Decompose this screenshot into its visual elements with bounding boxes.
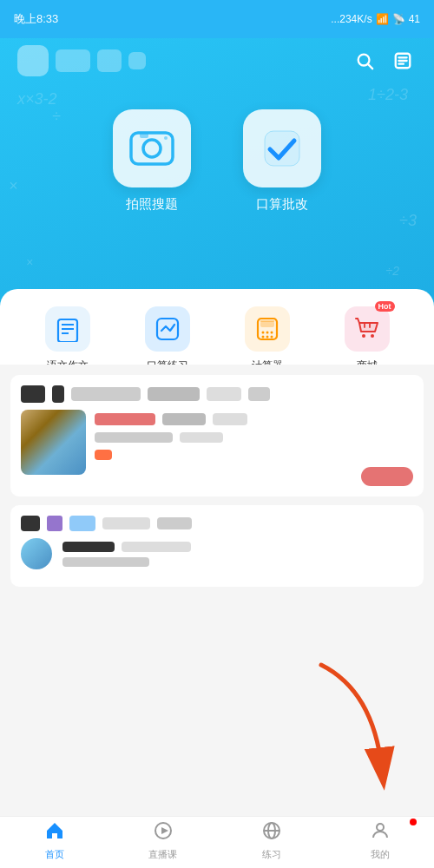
blur-c2-4 xyxy=(102,517,150,529)
blur-6 xyxy=(248,387,270,401)
top-left-icons xyxy=(17,45,146,76)
chinese-icon-box[interactable] xyxy=(45,306,90,352)
status-bar: 晚上8:33 ...234K/s 📶 📡 41 xyxy=(0,0,434,38)
top-icon-row xyxy=(0,38,434,83)
check-app[interactable]: 口算批改 xyxy=(243,109,321,213)
mine-badge xyxy=(410,819,417,825)
blur-3 xyxy=(71,387,141,401)
live-label: 直播课 xyxy=(148,848,177,861)
svg-marker-29 xyxy=(161,827,168,834)
svg-point-23 xyxy=(270,336,273,339)
svg-rect-8 xyxy=(140,133,148,138)
camera-app[interactable]: 拍照搜题 xyxy=(113,109,191,213)
svg-point-33 xyxy=(377,824,384,831)
math-deco-7: ÷2 xyxy=(386,264,399,278)
svg-point-26 xyxy=(371,334,374,338)
nav-practice[interactable]: 练习 xyxy=(217,820,326,861)
blur-13 xyxy=(361,467,413,486)
home-label: 首页 xyxy=(45,848,64,861)
svg-rect-11 xyxy=(58,319,77,342)
blur-c2-7 xyxy=(122,542,191,552)
practice-label: 练习 xyxy=(262,848,281,861)
svg-point-9 xyxy=(164,136,168,140)
blur-c2-6 xyxy=(62,542,115,552)
search-button[interactable] xyxy=(351,47,378,75)
status-right: ...234K/s 📶 📡 41 xyxy=(331,13,420,25)
svg-point-25 xyxy=(362,334,365,338)
content-card-2 xyxy=(10,505,424,587)
svg-point-21 xyxy=(261,336,264,339)
live-icon xyxy=(153,820,174,846)
app-icon-placeholder-4 xyxy=(128,52,146,69)
thumbnail xyxy=(21,410,86,475)
blur-c2-3 xyxy=(69,516,95,531)
nav-home[interactable]: 首页 xyxy=(0,820,108,861)
blur-2 xyxy=(52,385,64,403)
math-deco-5: ÷3 xyxy=(399,212,417,230)
blur-1 xyxy=(21,385,45,403)
blur-c2-1 xyxy=(21,516,40,531)
oral-icon-box[interactable] xyxy=(145,306,190,352)
content-area xyxy=(0,365,434,816)
quick-item-oral[interactable]: 口算练习 xyxy=(145,306,190,373)
math-deco-3: 1÷2-3 xyxy=(368,86,408,104)
shop-icon-box[interactable]: Hot xyxy=(345,306,390,352)
math-deco-6: × xyxy=(26,255,33,269)
quick-item-shop[interactable]: Hot 商城 xyxy=(345,306,390,373)
camera-label: 拍照搜题 xyxy=(126,196,178,213)
calc-icon-box[interactable] xyxy=(245,306,290,352)
math-deco-4: × xyxy=(9,177,18,195)
blur-c2-5 xyxy=(157,517,192,529)
app-icons-row: 拍照搜题 口算批改 xyxy=(0,109,434,213)
hot-badge: Hot xyxy=(375,301,395,312)
nav-mine[interactable]: 我的 xyxy=(326,820,434,861)
history-button[interactable] xyxy=(389,47,417,75)
top-right-icons[interactable] xyxy=(351,47,417,75)
bottom-nav: 首页 直播课 练习 我的 xyxy=(0,816,434,868)
svg-point-19 xyxy=(266,332,268,334)
status-time: 晚上8:33 xyxy=(14,11,58,27)
app-icon-placeholder-3 xyxy=(97,49,122,72)
top-area: x×3-2 ÷ 1÷2-3 × ÷3 × ÷2 xyxy=(0,38,434,403)
avatar xyxy=(21,538,52,569)
app-icon-placeholder-1 xyxy=(17,45,49,76)
blur-11 xyxy=(180,432,223,443)
blur-7 xyxy=(95,413,155,425)
blur-8 xyxy=(162,413,206,425)
check-label: 口算批改 xyxy=(256,196,308,213)
mine-label: 我的 xyxy=(371,848,390,861)
battery-text: 41 xyxy=(409,13,420,25)
blur-10 xyxy=(95,432,173,443)
blur-c2-8 xyxy=(62,557,149,567)
svg-rect-17 xyxy=(260,321,274,327)
check-icon-box[interactable] xyxy=(243,109,321,187)
blur-5 xyxy=(207,387,241,401)
camera-icon-box[interactable] xyxy=(113,109,191,187)
blur-12 xyxy=(95,450,112,460)
math-deco-2: ÷ xyxy=(52,108,61,126)
svg-point-18 xyxy=(261,332,264,334)
svg-point-22 xyxy=(266,336,268,339)
wifi-icon: 📡 xyxy=(392,13,405,25)
math-deco-1: x×3-2 xyxy=(17,90,57,108)
home-icon xyxy=(44,820,65,846)
quick-item-calc[interactable]: 计算器 xyxy=(245,306,290,373)
signal-bars-icon: 📶 xyxy=(376,13,389,25)
blur-4 xyxy=(148,387,200,401)
mine-icon xyxy=(370,820,391,846)
svg-point-20 xyxy=(270,332,273,334)
blur-c2-2 xyxy=(47,516,62,531)
quick-item-chinese[interactable]: 语文作文 xyxy=(45,306,90,373)
signal-text: ...234K/s xyxy=(331,13,372,25)
blur-9 xyxy=(213,413,247,425)
quick-menu: 语文作文 口算练习 xyxy=(0,306,434,373)
svg-line-1 xyxy=(368,64,372,69)
svg-point-7 xyxy=(143,140,161,157)
practice-icon xyxy=(261,820,282,846)
nav-live[interactable]: 直播课 xyxy=(108,820,217,861)
app-icon-placeholder-2 xyxy=(56,49,90,72)
content-card-1 xyxy=(10,375,424,496)
